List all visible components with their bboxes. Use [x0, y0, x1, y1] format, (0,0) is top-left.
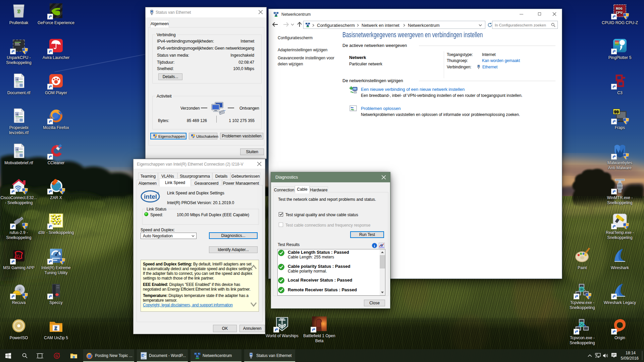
svg-text:®: ®: [157, 192, 159, 194]
svg-text:A: A: [142, 354, 144, 357]
svg-text:intel: intel: [144, 193, 157, 200]
svg-text:Z: Z: [54, 325, 57, 331]
svg-text:G: G: [55, 354, 58, 358]
svg-text:A: A: [16, 77, 18, 81]
svg-text:A: A: [16, 147, 18, 151]
svg-text:ROG: ROG: [616, 7, 623, 11]
svg-text:A: A: [16, 112, 18, 116]
svg-text:i: i: [374, 244, 375, 248]
svg-text:99: 99: [614, 109, 619, 114]
svg-text:G: G: [16, 254, 20, 259]
